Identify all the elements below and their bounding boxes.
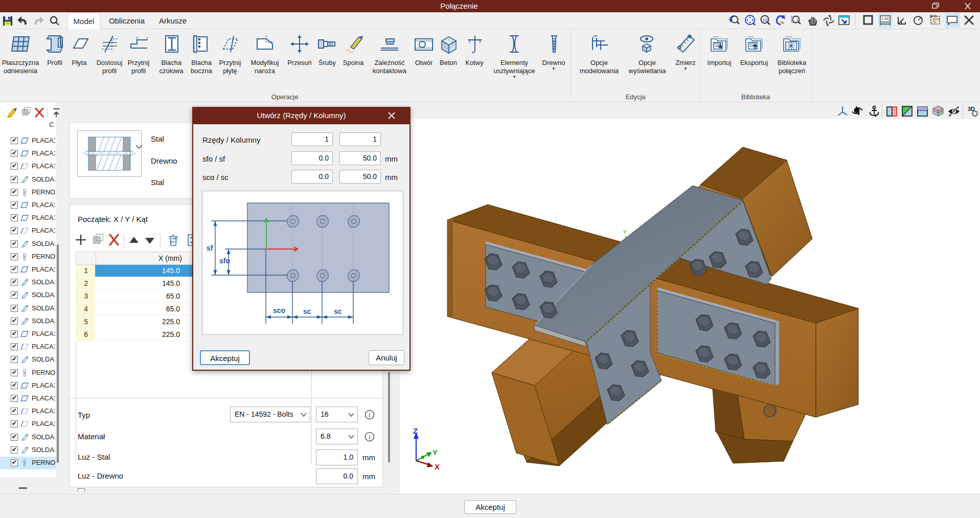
svg-text:sc: sc: [334, 307, 342, 316]
svg-text:Y: Y: [623, 230, 627, 235]
svg-text:sfo: sfo: [219, 257, 230, 265]
svg-text:Z: Z: [413, 426, 418, 435]
svg-text:Y: Y: [432, 448, 438, 457]
svg-text:sf: sf: [207, 244, 213, 252]
svg-text:sc: sc: [303, 307, 311, 316]
svg-text:1.00: 1.00: [881, 16, 889, 21]
svg-text:i: i: [369, 434, 370, 441]
svg-text:X: X: [435, 462, 440, 471]
svg-text:x2: x2: [763, 17, 768, 22]
svg-text:i: i: [369, 412, 370, 419]
svg-text:sco: sco: [273, 306, 285, 314]
